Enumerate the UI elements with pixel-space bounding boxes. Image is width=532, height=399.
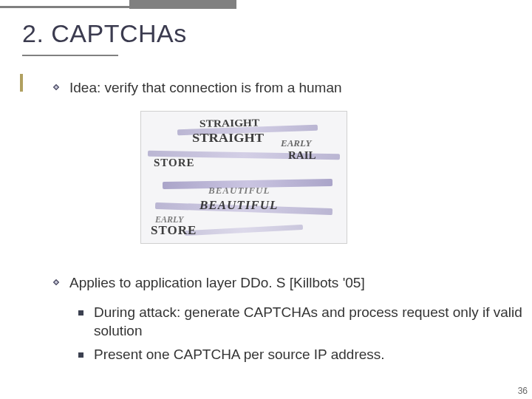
diamond-bullet-icon bbox=[52, 278, 61, 287]
diamond-bullet-icon bbox=[52, 83, 61, 92]
captcha-word: STRAIGHT bbox=[200, 117, 260, 130]
header-block bbox=[129, 0, 236, 9]
square-bullet-icon bbox=[78, 310, 83, 316]
captcha-word: RAIL bbox=[288, 149, 316, 162]
captcha-word: EARLY bbox=[281, 137, 311, 149]
captcha-word: STORE bbox=[151, 223, 197, 238]
subbullet-per-ip: Present one CAPTCHA per source IP addres… bbox=[78, 345, 525, 364]
captcha-inner: STRAIGHT STRAIGHT EARLY RAIL STORE BEAUT… bbox=[140, 111, 347, 244]
subbullet-text: During attack: generate CAPTCHAs and pro… bbox=[94, 303, 525, 341]
lower-bullets: Applies to application layer DDo. S [Kil… bbox=[52, 273, 525, 369]
header-rule-left bbox=[0, 6, 129, 8]
captcha-image: STRAIGHT STRAIGHT EARLY RAIL STORE BEAUT… bbox=[140, 111, 347, 244]
content-area: Idea: verify that connection is from a h… bbox=[52, 78, 510, 108]
subbullet-during-attack: During attack: generate CAPTCHAs and pro… bbox=[78, 303, 525, 341]
subbullet-text: Present one CAPTCHA per source IP addres… bbox=[94, 345, 385, 364]
title-accent-bar bbox=[20, 74, 23, 92]
slide-number: 36 bbox=[518, 386, 528, 396]
bullet-applies-text: Applies to application layer DDo. S [Kil… bbox=[69, 273, 365, 293]
bullet-idea: Idea: verify that connection is from a h… bbox=[52, 78, 510, 98]
bullet-idea-text: Idea: verify that connection is from a h… bbox=[69, 78, 342, 98]
captcha-word: BEAUTIFUL bbox=[200, 198, 278, 213]
slide-title: 2. CAPTCHAs bbox=[22, 19, 187, 48]
captcha-word: BEAUTIFUL bbox=[208, 185, 270, 197]
captcha-word: STORE bbox=[154, 157, 195, 169]
square-bullet-icon bbox=[78, 352, 83, 358]
bullet-applies: Applies to application layer DDo. S [Kil… bbox=[52, 273, 525, 293]
captcha-word: STRAIGHT bbox=[192, 132, 264, 145]
title-underline bbox=[22, 55, 118, 56]
